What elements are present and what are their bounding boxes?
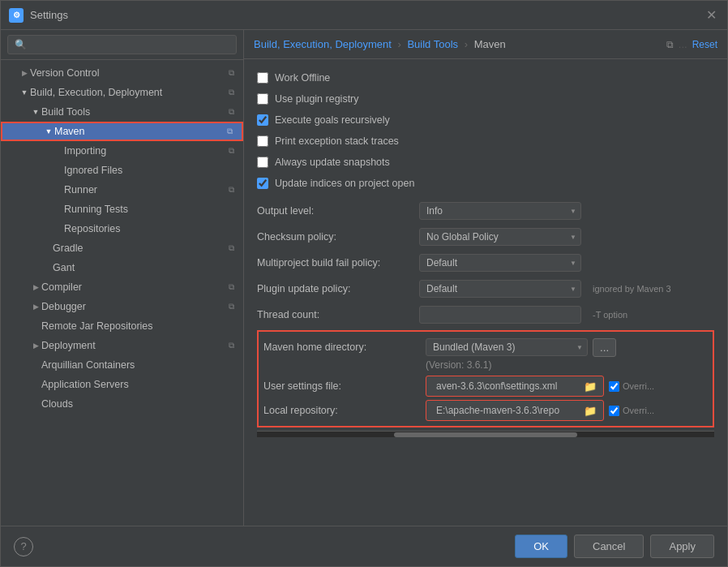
sidebar-item-build-tools[interactable]: ▼ Build Tools ⧉ xyxy=(1,102,243,122)
breadcrumb-build-tools[interactable]: Build Tools xyxy=(407,38,458,50)
arrow-icon: ▼ xyxy=(30,106,41,118)
local-repo-input[interactable] xyxy=(430,402,580,419)
cancel-button[interactable]: Cancel xyxy=(574,535,644,558)
sidebar-item-ignored-files[interactable]: Ignored Files xyxy=(1,161,243,180)
output-level-control: Info Debug Error Warning xyxy=(419,202,714,220)
sidebar-item-label: Deployment xyxy=(41,340,225,351)
copy-breadcrumb-button[interactable]: ⧉ xyxy=(666,39,674,50)
arrow-icon xyxy=(53,223,64,234)
maven-home-label: Maven home directory: xyxy=(263,341,426,353)
sidebar-item-gradle[interactable]: Gradle ⧉ xyxy=(1,238,243,258)
sidebar-item-label: Debugger xyxy=(41,301,225,312)
sidebar-item-maven[interactable]: ▼ Maven ⧉ xyxy=(1,122,243,141)
multiproject-fail-select[interactable]: Default Fail fast Never fail xyxy=(419,254,581,272)
multiproject-fail-row: Multiproject build fail policy: Default … xyxy=(257,252,714,273)
execute-goals-checkbox[interactable] xyxy=(257,114,268,126)
multiproject-fail-control: Default Fail fast Never fail xyxy=(419,254,714,272)
update-indices-checkbox[interactable] xyxy=(257,178,268,189)
sidebar-item-arquillian[interactable]: Arquillian Containers xyxy=(1,355,243,375)
execute-goals-label: Execute goals recursively xyxy=(275,114,390,126)
copy-icon: ⧉ xyxy=(225,281,237,293)
settings-dialog: ⚙ Settings ✕ ▶ Version Control ⧉ ▼ Build… xyxy=(0,0,728,567)
settings-content: Work Offline Use plugin registry Execute… xyxy=(244,59,727,526)
sidebar-item-label: Gradle xyxy=(53,243,225,254)
thread-count-input[interactable] xyxy=(419,306,581,324)
copy-icon: ⧉ xyxy=(225,340,237,351)
print-exception-checkbox[interactable] xyxy=(257,135,268,147)
sidebar-item-label: Maven xyxy=(54,126,224,137)
local-repo-override-checkbox[interactable] xyxy=(609,406,619,416)
arrow-icon: ▶ xyxy=(19,67,30,79)
sidebar-item-version-control[interactable]: ▶ Version Control ⧉ xyxy=(1,63,243,83)
arrow-icon xyxy=(41,243,53,254)
search-input[interactable] xyxy=(7,35,237,54)
always-update-checkbox[interactable] xyxy=(257,157,268,168)
apply-button[interactable]: Apply xyxy=(650,535,714,558)
arrow-icon xyxy=(41,262,53,273)
plugin-update-select-wrapper: Default Always Never xyxy=(419,280,581,298)
breadcrumb-sep1: › xyxy=(397,38,400,50)
local-repo-folder-icon[interactable]: 📁 xyxy=(580,405,600,417)
local-repo-input-wrapper: 📁 xyxy=(426,400,604,421)
breadcrumb: Build, Execution, Deployment › Build Too… xyxy=(254,38,506,50)
plugin-update-select[interactable]: Default Always Never xyxy=(419,280,581,298)
maven-home-browse-button[interactable]: ... xyxy=(593,338,616,357)
horizontal-scrollbar[interactable] xyxy=(257,431,714,437)
multiproject-fail-select-wrapper: Default Fail fast Never fail xyxy=(419,254,581,272)
user-settings-label: User settings file: xyxy=(263,380,426,392)
checkbox-row-update-indices: Update indices on project open xyxy=(257,174,714,192)
local-repo-row: Local repository: 📁 Overri... xyxy=(263,400,708,421)
close-button[interactable]: ✕ xyxy=(703,7,719,23)
sidebar-item-running-tests[interactable]: Running Tests xyxy=(1,200,243,219)
local-repo-override: Overri... xyxy=(609,406,654,416)
sidebar-item-app-servers[interactable]: Application Servers xyxy=(1,375,243,394)
user-settings-override-checkbox[interactable] xyxy=(609,381,619,392)
arrow-icon xyxy=(53,165,64,176)
sidebar-item-importing[interactable]: Importing ⧉ xyxy=(1,141,243,161)
arrow-icon: ▼ xyxy=(43,126,54,137)
breadcrumb-sep2: › xyxy=(465,38,468,50)
thread-count-row: Thread count: -T option xyxy=(257,304,714,325)
main-content: ▶ Version Control ⧉ ▼ Build, Execution, … xyxy=(1,30,727,526)
use-plugin-registry-checkbox[interactable] xyxy=(257,93,268,105)
sidebar-item-runner[interactable]: Runner ⧉ xyxy=(1,180,243,200)
user-settings-override: Overri... xyxy=(609,381,654,392)
sidebar-item-debugger[interactable]: ▶ Debugger ⧉ xyxy=(1,297,243,316)
output-level-select[interactable]: Info Debug Error Warning xyxy=(419,202,581,220)
checkbox-row-work-offline: Work Offline xyxy=(257,69,714,87)
sidebar-item-build-exec-deploy[interactable]: ▼ Build, Execution, Deployment ⧉ xyxy=(1,83,243,102)
work-offline-label: Work Offline xyxy=(275,72,330,84)
copy-icon: ⧉ xyxy=(225,106,237,118)
work-offline-checkbox[interactable] xyxy=(257,72,268,84)
sidebar-item-label: Version Control xyxy=(30,67,225,79)
help-button[interactable]: ? xyxy=(14,537,33,556)
left-panel: ▶ Version Control ⧉ ▼ Build, Execution, … xyxy=(1,30,244,526)
sidebar-item-label: Compiler xyxy=(41,281,225,293)
checksum-policy-select[interactable]: No Global Policy Strict Lax xyxy=(419,228,581,246)
sidebar-item-clouds[interactable]: Clouds xyxy=(1,394,243,414)
sidebar-item-label: Application Servers xyxy=(41,379,237,390)
sidebar-item-repositories[interactable]: Repositories xyxy=(1,219,243,238)
sidebar-item-deployment[interactable]: ▶ Deployment ⧉ xyxy=(1,336,243,355)
arrow-icon xyxy=(30,320,41,332)
copy-icon: ⧉ xyxy=(225,301,237,312)
user-settings-input[interactable] xyxy=(430,378,580,394)
user-settings-folder-icon[interactable]: 📁 xyxy=(580,380,600,393)
bottom-bar: ? OK Cancel Apply xyxy=(1,526,727,566)
ok-button[interactable]: OK xyxy=(515,535,567,558)
sidebar-item-gant[interactable]: Gant xyxy=(1,258,243,277)
tree-container: ▶ Version Control ⧉ ▼ Build, Execution, … xyxy=(1,60,243,526)
sidebar-item-compiler[interactable]: ▶ Compiler ⧉ xyxy=(1,277,243,297)
output-level-label: Output level: xyxy=(257,205,419,217)
arrow-icon xyxy=(30,398,41,410)
reset-button[interactable]: Reset xyxy=(692,39,717,50)
copy-icon: ⧉ xyxy=(225,145,237,157)
arrow-icon: ▶ xyxy=(30,340,41,351)
sidebar-item-remote-jar-repos[interactable]: Remote Jar Repositories xyxy=(1,316,243,336)
maven-version-text: (Version: 3.6.1) xyxy=(263,359,708,371)
maven-home-select[interactable]: Bundled (Maven 3) Custom... xyxy=(426,338,588,356)
app-icon: ⚙ xyxy=(9,8,24,23)
breadcrumb-build-exec[interactable]: Build, Execution, Deployment xyxy=(254,38,392,50)
maven-home-row: Maven home directory: Bundled (Maven 3) … xyxy=(263,337,708,358)
checkbox-row-print-exception: Print exception stack traces xyxy=(257,132,714,150)
